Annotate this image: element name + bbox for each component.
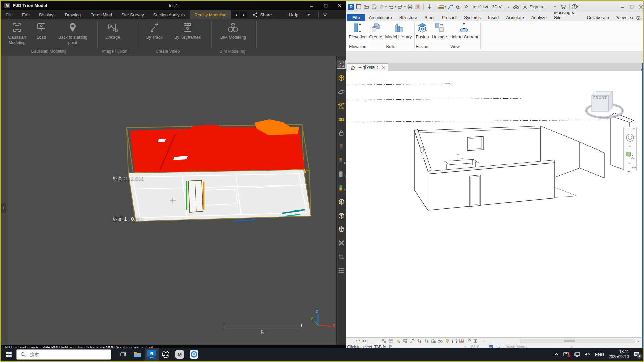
viewcube-front-label[interactable]: FRONT — [592, 96, 608, 100]
ui-dock-icon[interactable] — [355, 3, 362, 10]
notification-center-icon[interactable]: 4 — [633, 352, 640, 357]
ribbon-button-load[interactable]: Load — [25, 21, 57, 40]
revit-minimize-button[interactable] — [620, 5, 624, 9]
tab-annotate[interactable]: Annotate — [503, 14, 528, 21]
minimize-button[interactable] — [307, 2, 316, 9]
worksharing-display-icon[interactable] — [458, 338, 465, 344]
lock-view-icon[interactable] — [337, 129, 345, 137]
panel-label-fusion[interactable]: Fusion — [414, 44, 430, 49]
tab-structure[interactable]: Structure — [396, 14, 421, 21]
detail-level-icon[interactable] — [381, 338, 387, 344]
menu-section-analysis[interactable]: Section Analysis — [149, 10, 190, 19]
hscroll-right-icon[interactable]: › — [638, 339, 639, 343]
temporary-view-properties-icon[interactable] — [451, 338, 458, 344]
menu-drawing[interactable]: Drawing — [60, 10, 86, 19]
redo-dropdown-icon[interactable]: ▾ — [404, 5, 406, 8]
tab-view[interactable]: View — [613, 14, 630, 21]
rgb-display-icon[interactable] — [337, 143, 345, 151]
hscroll-left-icon[interactable]: ‹ — [483, 339, 485, 343]
ribbon-button-fusion[interactable]: Fusion — [415, 22, 430, 39]
crop-icon[interactable] — [337, 253, 345, 261]
clock[interactable]: 18:11 2025/12/10 — [609, 349, 629, 359]
signin-dropdown-icon[interactable]: ▾ — [554, 5, 556, 8]
reveal-hidden-icon[interactable] — [444, 338, 450, 344]
cube-face-top-icon[interactable] — [337, 212, 345, 220]
search-binoculars-icon[interactable] — [513, 3, 519, 10]
sign-in-button[interactable]: Sign In — [529, 4, 543, 9]
ribbon-button-by-keyframes[interactable]: By Keyframes — [171, 21, 204, 40]
tab-precast[interactable]: Precast — [438, 14, 460, 21]
tab-file[interactable]: File — [347, 14, 365, 21]
rendering-dialog-icon[interactable] — [409, 338, 415, 344]
menu-scroll-left-icon[interactable]: ◂ — [232, 11, 239, 18]
close-hidden-windows-icon[interactable] — [414, 3, 421, 10]
axes-lock-icon[interactable] — [337, 102, 345, 110]
reveal-constraints-icon[interactable] — [472, 338, 479, 344]
store-cart-icon[interactable] — [560, 3, 567, 10]
scale-button[interactable]: 1 : 100 — [356, 339, 367, 343]
crop-region-icon[interactable] — [423, 338, 429, 344]
taskbar-search[interactable] — [16, 349, 111, 360]
tray-expand-icon[interactable] — [554, 353, 559, 356]
tab-analyze[interactable]: Analyze — [528, 14, 550, 21]
screen-record-icon[interactable] — [563, 352, 570, 357]
height-colormap-icon[interactable]: T — [337, 184, 345, 192]
steering-wheel-button[interactable] — [625, 134, 635, 147]
trion-viewport[interactable]: › — [1, 56, 346, 345]
tab-systems[interactable]: Systems — [460, 14, 484, 21]
ribbon-state-icon[interactable] — [636, 16, 642, 20]
viewcube[interactable]: FRONT — [585, 86, 625, 120]
ribbon-button-model-library[interactable]: Model Library — [384, 22, 413, 39]
home-icon[interactable] — [350, 65, 355, 70]
search-input[interactable] — [29, 352, 96, 357]
tag-icon[interactable] — [455, 3, 462, 10]
help-button[interactable]: Help — [289, 12, 298, 17]
redo-icon[interactable] — [397, 3, 404, 10]
tab-insert[interactable]: Insert — [484, 14, 503, 21]
volume-muted-icon[interactable] — [585, 352, 591, 357]
intensity-display-icon[interactable]: I — [337, 170, 345, 178]
file-explorer-button[interactable] — [130, 348, 145, 361]
revit-drawing-area[interactable]: FRONT — [346, 71, 644, 337]
revit-close-button[interactable] — [639, 5, 643, 9]
help-icon[interactable]: ? — [571, 3, 578, 10]
measure-dropdown-icon[interactable]: ▾ — [445, 5, 446, 8]
modify-pin-icon[interactable] — [426, 3, 433, 10]
close-button[interactable] — [335, 2, 344, 9]
crop-view-icon[interactable] — [416, 338, 422, 344]
start-button[interactable] — [1, 348, 16, 361]
tab-collaborate[interactable]: Collaborate — [583, 14, 613, 21]
open-icon[interactable] — [363, 3, 370, 10]
undo-dropdown-icon[interactable]: ▾ — [395, 5, 396, 8]
ribbon-button-bim-modeling[interactable]: BIM Modeling — [217, 21, 249, 40]
menu-file[interactable]: File — [1, 10, 17, 19]
sync-dropdown-icon[interactable]: ▾ — [385, 5, 387, 8]
ribbon-button-linkage[interactable]: Linkage — [97, 21, 129, 40]
panel-label-elevation[interactable]: Elevation — [347, 44, 368, 49]
aligned-dimension-icon[interactable] — [447, 3, 454, 10]
menu-edit[interactable]: Edit — [17, 10, 34, 19]
revit-taskbar-button[interactable]: RRVT — [145, 348, 159, 361]
sync-icon[interactable] — [378, 3, 385, 10]
menu-scroll-right-icon[interactable]: ▸ — [240, 11, 247, 18]
qat-more-icon[interactable] — [463, 3, 469, 10]
view-3d-icon[interactable]: 3D — [337, 115, 345, 123]
browser-taskbar-button[interactable] — [187, 348, 201, 361]
panel-label-view[interactable]: View — [430, 44, 480, 49]
input-language[interactable]: ENG — [595, 352, 604, 357]
tabs-more-icon[interactable] — [630, 17, 634, 20]
undo-icon[interactable] — [388, 3, 394, 10]
panel-label-build[interactable]: Build — [368, 44, 414, 49]
menu-reality-modeling[interactable]: Reality Modeling — [190, 10, 231, 19]
collapse-ribbon-icon[interactable] — [323, 13, 327, 17]
task-view-button[interactable] — [116, 348, 130, 361]
visual-style-icon[interactable] — [388, 338, 394, 344]
network-display-icon[interactable] — [574, 352, 580, 357]
revit-maximize-button[interactable] — [630, 5, 634, 9]
fit-view-icon[interactable] — [337, 60, 345, 68]
tab-architecture[interactable]: Architecture — [365, 14, 395, 21]
view-tab-close-icon[interactable] — [382, 66, 385, 69]
share-button[interactable]: Share — [253, 12, 272, 17]
view-tab-3d[interactable]: 三维视图 1 — [347, 63, 388, 71]
ribbon-button-link-to-current[interactable]: Link to Current — [448, 22, 480, 39]
